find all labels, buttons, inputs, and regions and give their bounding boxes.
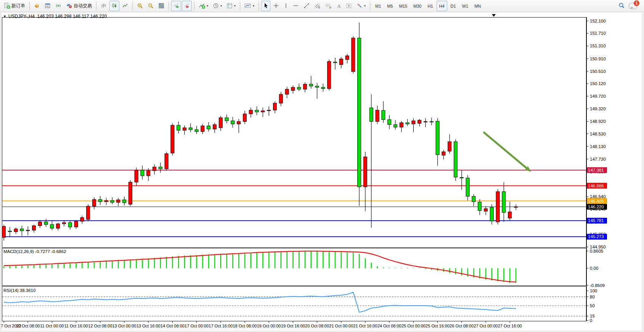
new-chart-button[interactable]: ▾ <box>225 1 238 11</box>
time-tick-label: 11 Oct 16:00 <box>64 324 88 328</box>
chart-shift-button[interactable] <box>182 1 192 11</box>
price-tick-label: 150.910 <box>590 56 606 61</box>
price-tick-label: 150.120 <box>590 81 606 86</box>
candle-bull <box>496 192 499 222</box>
chart-line-button[interactable] <box>120 1 130 11</box>
zoom-in-button[interactable] <box>135 1 145 11</box>
cursor-button[interactable] <box>261 1 270 11</box>
gold-cube-icon <box>34 3 40 10</box>
new-order-button[interactable]: 新订单 <box>2 1 27 11</box>
time-tick-label: 14 Oct 08:00 <box>161 324 185 328</box>
candle-bear <box>98 200 102 202</box>
time-tick-label: 18 Oct 08:00 <box>233 324 257 328</box>
svg-text:A: A <box>337 3 341 8</box>
candle-bear <box>207 126 210 129</box>
price-tick-label: 151.710 <box>590 31 606 35</box>
candle-bull <box>285 89 289 94</box>
macd-axis-label: -0.8509 <box>590 283 605 288</box>
price-level-badge-label: 146.405 <box>588 199 604 203</box>
candle-bear <box>297 87 301 89</box>
timeframe-mn-button[interactable]: MN <box>472 1 483 11</box>
candle-bull <box>261 111 265 112</box>
rsi-axis-label: 80 <box>590 295 595 299</box>
trendline-button[interactable] <box>302 1 312 11</box>
candle-bull <box>508 212 512 218</box>
chart-window-icon <box>45 3 51 10</box>
rsi-axis-label: 100 <box>590 288 597 293</box>
time-tick-label: 13 Oct 16:00 <box>137 324 161 328</box>
time-tick-label: 27 Oct 00:00 <box>474 324 498 328</box>
auto-scroll-button[interactable] <box>171 1 181 11</box>
time-tick-label: 27 Oct 16:00 <box>498 324 522 328</box>
fibonacci-button[interactable]: F <box>323 1 334 11</box>
timeframe-m30-button[interactable]: M30 <box>411 1 424 11</box>
chart-bars-button[interactable] <box>99 1 109 11</box>
timeframe-h4-button[interactable]: H4 <box>437 1 447 11</box>
periods-button[interactable]: ▾ <box>211 1 224 11</box>
crosshair-icon <box>273 3 279 10</box>
candle-bull <box>352 38 355 72</box>
chart-symbol-title: ▼USDJPY-,H4 146.203 146.298 146.117 146.… <box>3 14 107 19</box>
toolbar-separator <box>169 2 169 10</box>
time-tick-label: 25 Oct 00:00 <box>401 324 426 328</box>
auto-trading-button[interactable]: 自动交易 <box>64 1 94 11</box>
tile-windows-button[interactable] <box>156 1 166 11</box>
price-tick-label: 148.920 <box>590 119 606 124</box>
candle-bull <box>80 218 84 221</box>
profiles-icon <box>244 3 251 10</box>
candle-bull <box>165 154 168 169</box>
channel-icon: E <box>314 3 321 10</box>
candle-bear <box>388 119 391 124</box>
horizontal-line-button[interactable] <box>291 1 301 11</box>
candle-bull <box>153 167 156 171</box>
text-label-button[interactable]: T <box>344 1 354 11</box>
collapse-triangle-icon[interactable]: ▼ <box>3 15 6 18</box>
candle-bear <box>369 108 373 122</box>
candle-bull <box>328 61 331 89</box>
chart-candles-button[interactable] <box>109 1 119 11</box>
candle-bull <box>448 142 451 151</box>
timeframe-h1-button[interactable]: H1 <box>425 1 435 11</box>
timeframe-d1-button[interactable]: D1 <box>448 1 459 11</box>
candle-bear <box>382 110 385 119</box>
candle-bull <box>32 226 36 230</box>
macd-indicator-label: MACD(12,26,9) -0.7277 -0.6862 <box>3 249 66 254</box>
candles-icon <box>111 3 117 10</box>
notifications-button[interactable]: 1 <box>629 3 637 9</box>
vertical-line-button[interactable] <box>282 1 290 11</box>
price-tick-label: 149.720 <box>590 94 606 98</box>
cursor-icon <box>263 3 268 10</box>
timeframe-m15-button[interactable]: M15 <box>397 1 410 11</box>
chevron-down-icon: ▾ <box>220 4 222 8</box>
search-icon[interactable] <box>618 2 625 10</box>
candle-bull <box>484 209 488 211</box>
time-tick-label: 21 Oct 16:00 <box>353 324 377 328</box>
signals-button[interactable] <box>53 1 63 11</box>
templates-icon <box>226 3 233 10</box>
profiles-button[interactable]: ▾ <box>243 1 256 11</box>
candle-bear <box>478 202 482 210</box>
chevron-down-icon: ▾ <box>207 4 208 8</box>
timeframe-w1-button[interactable]: W1 <box>459 1 471 11</box>
time-tick-label: 11 Oct 00:00 <box>40 324 64 328</box>
candle-bull <box>249 110 252 114</box>
timeframe-m5-button[interactable]: M5 <box>384 1 395 11</box>
equidistant-channel-button[interactable]: E <box>312 1 323 11</box>
toolbar-separator <box>259 2 259 10</box>
indicators-button[interactable]: ▾ <box>197 1 210 11</box>
candle-bull <box>345 56 349 60</box>
zoom-out-button[interactable] <box>146 1 156 11</box>
market-watch-button[interactable] <box>43 1 53 11</box>
timeframe-m1-button[interactable]: M1 <box>373 1 384 11</box>
candle-bear <box>195 130 198 132</box>
hline-icon <box>293 3 299 10</box>
time-tick-label: 19 Oct 16:00 <box>281 324 305 328</box>
price-tick-label: 148.530 <box>590 132 606 136</box>
rsi-indicator-label: RSI(14) 38.3610 <box>3 288 35 293</box>
rsi-axis-label: 50 <box>590 303 595 308</box>
quotes-button[interactable] <box>32 1 42 11</box>
crosshair-button[interactable] <box>271 1 281 11</box>
text-button[interactable]: A <box>334 1 343 11</box>
arrows-button[interactable]: ▾ <box>355 1 368 11</box>
price-level-badge-label: 146.886 <box>588 184 604 188</box>
